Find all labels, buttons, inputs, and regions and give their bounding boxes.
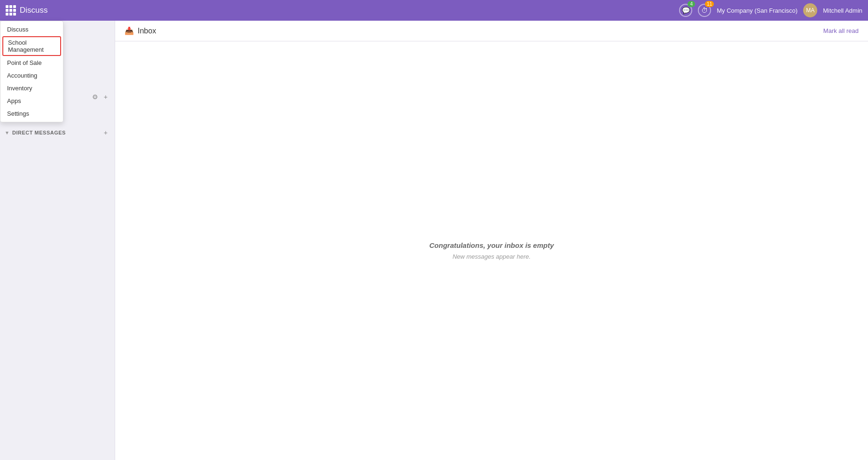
topbar-right: 💬 4 ⏱ 11 My Company (San Francisco) MA M… — [679, 3, 862, 17]
menu-item-discuss[interactable]: Discuss — [0, 23, 63, 36]
direct-messages-header: ▾ DIRECT MESSAGES + — [0, 127, 115, 139]
inbox-title: 📥 Inbox — [125, 26, 156, 35]
menu-item-school-management[interactable]: School Management — [2, 36, 61, 56]
topbar-left: Discuss — [6, 5, 679, 16]
layout: Discuss School Management Point of Sale … — [0, 21, 868, 460]
direct-messages-add-button[interactable]: + — [102, 128, 109, 137]
chat-notification-icon[interactable]: 💬 4 — [679, 4, 692, 17]
main-content: 📥 Inbox Mark all read Congratulations, y… — [115, 21, 868, 460]
inbox-empty-subtitle: New messages appear here. — [453, 253, 531, 260]
app-title: Discuss — [20, 6, 48, 15]
channels-actions: ⚙ + — [91, 93, 109, 101]
channels-add-button[interactable]: + — [102, 93, 109, 101]
menu-item-inventory[interactable]: Inventory — [0, 82, 63, 95]
sidebar: Discuss School Management Point of Sale … — [0, 21, 115, 460]
mark-all-read-button[interactable]: Mark all read — [823, 27, 859, 34]
menu-item-settings[interactable]: Settings — [0, 107, 63, 120]
direct-messages-label: ▾ DIRECT MESSAGES — [6, 130, 66, 136]
inbox-title-text: Inbox — [138, 27, 156, 35]
company-name: My Company (San Francisco) — [717, 7, 798, 14]
channels-settings-button[interactable]: ⚙ — [91, 93, 100, 101]
inbox-empty-state: Congratulations, your inbox is empty New… — [115, 41, 868, 460]
activity-badge: 11 — [705, 1, 714, 7]
inbox-header: 📥 Inbox Mark all read — [115, 21, 868, 41]
menu-item-apps[interactable]: Apps — [0, 95, 63, 107]
direct-messages-section: ▾ DIRECT MESSAGES + — [0, 125, 115, 141]
avatar-initials: MA — [806, 7, 814, 14]
app-dropdown-menu: Discuss School Management Point of Sale … — [0, 21, 63, 122]
inbox-empty-title: Congratulations, your inbox is empty — [429, 241, 554, 249]
admin-name: Mitchell Admin — [823, 7, 862, 14]
topbar: Discuss 💬 4 ⏱ 11 My Company (San Francis… — [0, 0, 868, 21]
chat-badge: 4 — [688, 1, 695, 7]
inbox-icon: 📥 — [125, 26, 134, 35]
apps-grid-icon[interactable] — [6, 5, 16, 16]
menu-item-accounting[interactable]: Accounting — [0, 69, 63, 82]
avatar[interactable]: MA — [803, 3, 817, 17]
menu-item-point-of-sale[interactable]: Point of Sale — [0, 56, 63, 69]
activity-notification-icon[interactable]: ⏱ 11 — [698, 4, 711, 17]
